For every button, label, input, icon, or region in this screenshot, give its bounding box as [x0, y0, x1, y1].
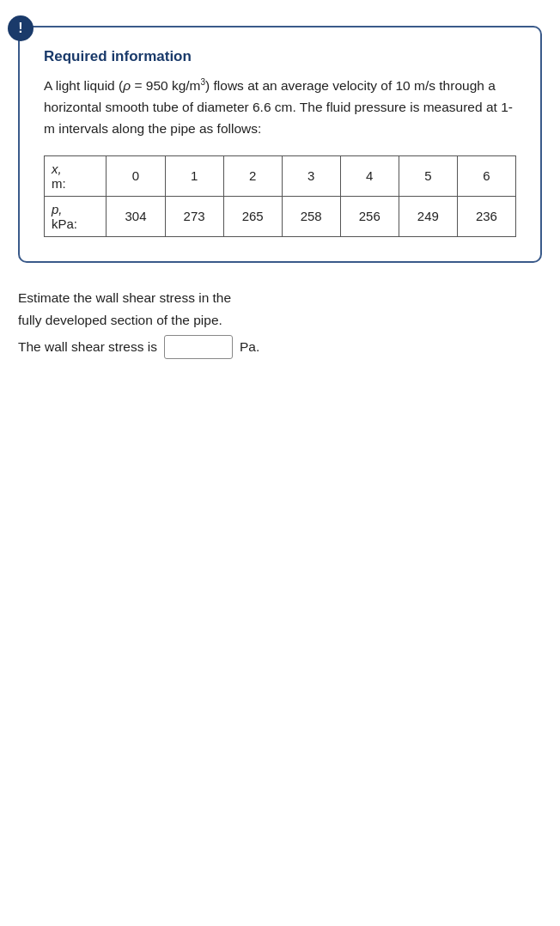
table-row-p: p, kPa: 304 273 265 258 256 249 236: [45, 196, 516, 236]
x-val-4: 4: [340, 155, 399, 196]
card-title: Required information: [44, 48, 516, 65]
answer-suffix: Pa.: [240, 336, 259, 358]
answer-row: The wall shear stress is Pa.: [18, 335, 542, 359]
p-val-3: 258: [282, 196, 340, 236]
p-label: p, kPa:: [45, 196, 107, 236]
alert-icon: !: [8, 15, 33, 41]
p-val-6: 236: [457, 196, 515, 236]
card-body: A light liquid (ρ = 950 kg/m3) flows at …: [44, 76, 516, 140]
x-label-bottom: m:: [52, 176, 66, 191]
table-row-x: x, m: 0 1 2 3 4 5 6: [45, 155, 516, 196]
p-val-1: 273: [165, 196, 223, 236]
p-label-bottom: kPa:: [52, 216, 77, 231]
x-val-1: 1: [165, 155, 223, 196]
p-val-0: 304: [107, 196, 165, 236]
answer-prefix: The wall shear stress is: [18, 336, 157, 358]
x-val-5: 5: [399, 155, 457, 196]
estimate-line2: fully developed section of the pipe.: [18, 309, 542, 332]
bottom-section: Estimate the wall shear stress in the fu…: [18, 287, 542, 360]
data-table: x, m: 0 1 2 3 4 5 6 p, kPa: 304: [44, 155, 516, 237]
info-card: ! Required information A light liquid (ρ…: [18, 26, 542, 263]
p-label-top: p,: [52, 202, 63, 216]
x-val-0: 0: [107, 155, 165, 196]
x-val-2: 2: [223, 155, 282, 196]
answer-input-box[interactable]: [164, 335, 233, 359]
p-val-5: 249: [399, 196, 457, 236]
p-val-4: 256: [340, 196, 399, 236]
page-container: ! Required information A light liquid (ρ…: [18, 26, 542, 359]
x-val-3: 3: [282, 155, 340, 196]
estimate-line1: Estimate the wall shear stress in the: [18, 287, 542, 309]
x-val-6: 6: [457, 155, 515, 196]
p-val-2: 265: [223, 196, 282, 236]
x-label: x, m:: [45, 155, 107, 196]
x-label-top: x,: [52, 161, 62, 176]
